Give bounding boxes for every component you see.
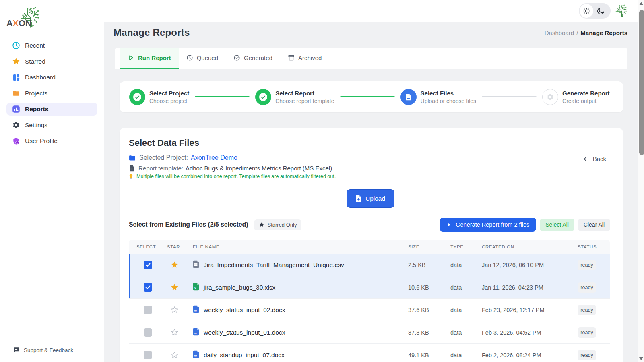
sidebar-item-label: User Profile (25, 137, 58, 145)
row-star-toggle[interactable] (170, 351, 178, 359)
starred-only-toggle[interactable]: Starred Only (254, 219, 301, 230)
files-actions: Generate Report from 2 files Select All … (440, 218, 610, 232)
check-circle-icon (233, 54, 240, 61)
row-star-toggle[interactable] (170, 329, 178, 337)
status-cell: ready (578, 282, 610, 293)
row-star-toggle[interactable] (170, 283, 178, 292)
sidebar-item-recent[interactable]: Recent (6, 39, 97, 52)
select-all-button[interactable]: Select All (540, 219, 574, 231)
scroll-down-arrow[interactable] (639, 357, 643, 360)
panel-title: Select Data Files (129, 138, 610, 148)
status-cell: ready (578, 305, 610, 315)
svg-text:w: w (194, 354, 197, 358)
gear-icon (12, 121, 20, 129)
file-name: daily_standup_input_07.docx (204, 352, 285, 359)
light-mode-button[interactable] (580, 4, 593, 18)
stepper: Select Project Choose project Select Rep… (120, 81, 623, 112)
file-upload-icon (355, 195, 362, 202)
row-checkbox[interactable] (144, 328, 152, 337)
tab-label: Run Report (138, 54, 171, 61)
tab-queued[interactable]: Queued (179, 48, 226, 69)
file-type: data (450, 262, 482, 268)
tab-run-report[interactable]: Run Report (120, 48, 179, 69)
upload-button[interactable]: Upload (347, 189, 394, 208)
file-size: 2.5 KB (408, 262, 450, 268)
select-cell (129, 351, 167, 359)
scroll-up-arrow[interactable] (639, 2, 643, 5)
row-checkbox[interactable] (144, 283, 152, 292)
back-button[interactable]: Back (583, 155, 606, 162)
file-type: data (450, 307, 482, 313)
file-size: 37.3 KB (408, 329, 450, 336)
app: AXON Recent Starred Dashboard (0, 0, 644, 362)
row-checkbox[interactable] (144, 261, 152, 269)
star-icon (12, 58, 20, 66)
sidebar-item-dashboard[interactable]: Dashboard (6, 71, 97, 84)
status-cell: ready (578, 327, 610, 338)
star-cell-wrap (167, 261, 193, 269)
tab-archived[interactable]: Archived (280, 48, 329, 69)
file-cell: Jira_Impediments_Tariff_Management_Uniqu… (193, 260, 408, 269)
file-name: Jira_Impediments_Tariff_Management_Uniqu… (204, 261, 344, 269)
step-title: Generate Report (562, 90, 610, 97)
row-star-toggle[interactable] (170, 261, 178, 269)
select-cell (129, 283, 167, 292)
archive-icon (288, 54, 295, 61)
svg-text:w: w (194, 309, 197, 312)
column-header-size: SIZE (408, 244, 450, 249)
sidebar-item-settings[interactable]: Settings (6, 119, 97, 132)
row-checkbox[interactable] (144, 306, 152, 314)
generate-report-button[interactable]: Generate Report from 2 files (440, 218, 536, 232)
table-row[interactable]: wweekly_status_input_01.docx 37.3 KB dat… (129, 321, 610, 344)
column-header-type: TYPE (450, 244, 482, 249)
status-cell: ready (578, 350, 610, 360)
reports-icon (12, 105, 20, 113)
sidebar-item-reports[interactable]: Reports (6, 103, 97, 116)
upload-label: Upload (365, 195, 385, 202)
sidebar-item-starred[interactable]: Starred (6, 55, 97, 68)
svg-text:w: w (194, 331, 197, 335)
file-created-on: Feb 2, 2026, 08:24 PM (482, 352, 578, 358)
sidebar-item-projects[interactable]: Projects (6, 87, 97, 100)
breadcrumb-dashboard[interactable]: Dashboard (545, 29, 574, 36)
folder-icon (129, 155, 136, 161)
report-template-label: Report template: (138, 165, 183, 172)
tab-generated[interactable]: Generated (226, 48, 280, 69)
content: Manage Reports Dashboard/Manage Reports … (104, 27, 638, 362)
file-cell: xjira_sample_bugs_30.xlsx (193, 283, 408, 292)
clock-icon (186, 54, 193, 61)
sidebar-item-label: Projects (25, 90, 47, 97)
hint-line: Multiple files will be combined into one… (129, 174, 610, 179)
row-star-toggle[interactable] (170, 306, 178, 314)
scrollbar[interactable] (638, 0, 644, 362)
column-header-file-name: FILE NAME (193, 244, 408, 249)
support-feedback-link[interactable]: Support & Feedback (13, 347, 73, 353)
step-done-icon (129, 89, 145, 105)
sidebar-item-label: Settings (25, 122, 47, 129)
user-profile-icon: e (12, 137, 20, 145)
scroll-thumb[interactable] (639, 10, 644, 155)
sidebar-item-user-profile[interactable]: e User Profile (6, 134, 97, 147)
table-row[interactable]: xjira_sample_bugs_30.xlsx 10.6 KB data J… (129, 276, 610, 299)
row-checkbox[interactable] (144, 351, 152, 359)
sidebar-item-label: Recent (25, 42, 45, 49)
chat-bubble-icon (13, 347, 20, 353)
page-title: Manage Reports (114, 27, 190, 38)
theme-toggle[interactable] (579, 3, 611, 19)
table-row[interactable]: wdaily_standup_input_07.docx 49.1 KB dat… (129, 344, 610, 362)
clear-all-button[interactable]: Clear All (578, 219, 610, 231)
sidebar-item-label: Starred (25, 58, 45, 65)
star-cell-wrap (167, 283, 193, 292)
table-row[interactable]: wweekly_status_input_02.docx 37.6 KB dat… (129, 299, 610, 321)
back-label: Back (593, 155, 606, 162)
step-subtitle: Choose report template (275, 98, 334, 104)
status-badge: ready (578, 260, 596, 270)
brand-name: AXON (6, 18, 31, 29)
file-size: 49.1 KB (408, 352, 450, 358)
selected-project-link[interactable]: AxonTree Demo (191, 154, 237, 161)
dark-mode-button[interactable] (593, 4, 608, 18)
brand-logo: AXON (6, 5, 51, 30)
hint-text: Multiple files will be combined into one… (136, 174, 336, 179)
tab-label: Archived (298, 54, 322, 61)
table-row[interactable]: Jira_Impediments_Tariff_Management_Uniqu… (129, 254, 610, 276)
